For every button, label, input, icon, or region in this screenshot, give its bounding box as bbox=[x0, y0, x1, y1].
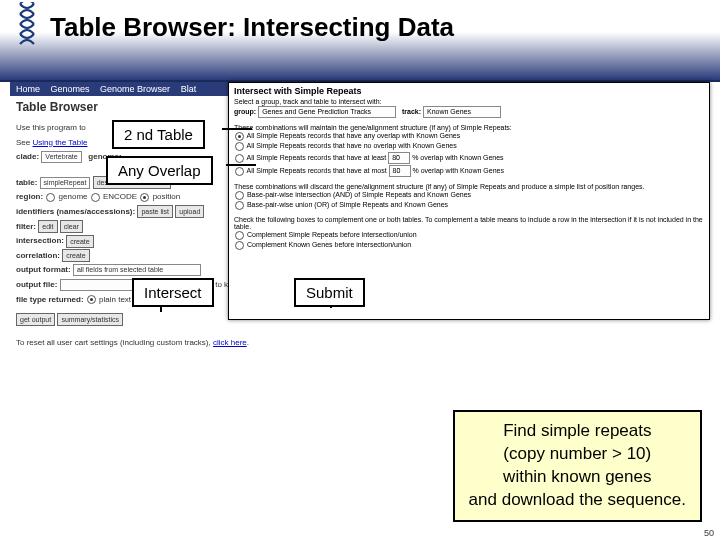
comp2-text: Complement Known Genes before intersecti… bbox=[247, 241, 411, 248]
nav-genomes[interactable]: Genomes bbox=[51, 84, 90, 94]
region-position-radio[interactable] bbox=[140, 193, 149, 202]
goal-line3: within known genes bbox=[469, 466, 686, 489]
callout-submit: Submit bbox=[294, 278, 365, 307]
correlation-label: correlation: bbox=[16, 251, 60, 260]
page-number: 50 bbox=[704, 528, 714, 538]
comp1-check[interactable] bbox=[235, 231, 244, 240]
clade-select[interactable]: Vertebrate bbox=[41, 151, 81, 163]
bp-and-radio[interactable] bbox=[235, 191, 244, 200]
opt-at-least-a: All Simple Repeats records that have at … bbox=[247, 154, 387, 161]
table-label: table: bbox=[16, 178, 37, 187]
opt-at-most-a: All Simple Repeats records that have at … bbox=[247, 167, 387, 174]
nav-genome-browser[interactable]: Genome Browser bbox=[100, 84, 170, 94]
clade-label: clade: bbox=[16, 152, 39, 161]
callout-intersect: Intersect bbox=[132, 278, 214, 307]
intersect-select-text: Select a group, track and table to inter… bbox=[234, 98, 704, 105]
intro-text: Use this program to bbox=[16, 123, 86, 132]
filter-label: filter: bbox=[16, 222, 36, 231]
bp-and-text: Base-pair-wise intersection (AND) of Sim… bbox=[247, 191, 471, 198]
intersect-dialog-title: Intersect with Simple Repeats bbox=[234, 86, 704, 96]
identifiers-label: identifiers (names/accessions): bbox=[16, 207, 135, 216]
comp1-text: Complement Simple Repeats before interse… bbox=[247, 231, 417, 238]
nav-blat[interactable]: Blat bbox=[181, 84, 197, 94]
correlation-create-button[interactable]: create bbox=[62, 249, 89, 262]
paste-list-button[interactable]: paste list bbox=[137, 205, 173, 218]
bp-or-radio[interactable] bbox=[235, 201, 244, 210]
intersection-create-button[interactable]: create bbox=[66, 235, 93, 248]
opt-at-most-b: % overlap with Known Genes bbox=[413, 167, 504, 174]
opt-at-least-radio[interactable] bbox=[235, 154, 244, 163]
region-encode-radio[interactable] bbox=[91, 193, 100, 202]
check-text: Check the following boxes to complement … bbox=[234, 216, 704, 230]
callout-any-overlap: Any Overlap bbox=[106, 156, 213, 185]
region-position-text: position bbox=[153, 192, 181, 201]
filter-edit-button[interactable]: edit bbox=[38, 220, 57, 233]
output-format-label: output format: bbox=[16, 265, 71, 274]
output-file-label: output file: bbox=[16, 280, 57, 289]
pointer-icon bbox=[222, 128, 252, 130]
output-format-select[interactable]: all fields from selected table bbox=[73, 264, 201, 276]
reset-link[interactable]: click here bbox=[213, 338, 247, 347]
discard-text: These combinations will discard the gene… bbox=[234, 183, 704, 190]
opt-any-overlap: All Simple Repeats records that have any… bbox=[247, 132, 461, 139]
opt-no-overlap: All Simple Repeats records that have no … bbox=[247, 142, 457, 149]
comp2-check[interactable] bbox=[235, 241, 244, 250]
region-encode-text: ENCODE bbox=[103, 192, 137, 201]
opt-any-overlap-radio[interactable] bbox=[235, 132, 244, 141]
goal-line2: (copy number > 10) bbox=[469, 443, 686, 466]
file-type-plain-text: plain text bbox=[99, 295, 131, 304]
intersect-track-select[interactable]: Known Genes bbox=[423, 106, 501, 118]
bp-or-text: Base-pair-wise union (OR) of Simple Repe… bbox=[247, 201, 448, 208]
goal-box: Find simple repeats (copy number > 10) w… bbox=[453, 410, 702, 522]
callout-second-table: 2 nd Table bbox=[112, 120, 205, 149]
intersect-group-label: group: bbox=[234, 108, 256, 115]
opt-at-most-input[interactable]: 80 bbox=[389, 165, 411, 177]
get-output-button[interactable]: get output bbox=[16, 313, 55, 326]
dna-helix-icon bbox=[16, 2, 38, 52]
combo-text: These combinations will maintain the gen… bbox=[234, 124, 704, 131]
slide-header: Table Browser: Intersecting Data bbox=[0, 0, 720, 82]
goal-line1: Find simple repeats bbox=[469, 420, 686, 443]
intersection-label: intersection: bbox=[16, 236, 64, 245]
summary-stats-button[interactable]: summary/statistics bbox=[57, 313, 123, 326]
opt-no-overlap-radio[interactable] bbox=[235, 142, 244, 151]
intersect-track-label: track: bbox=[402, 108, 421, 115]
opt-at-least-input[interactable]: 80 bbox=[388, 152, 410, 164]
pointer-icon bbox=[226, 164, 256, 166]
using-table-link[interactable]: Using the Table bbox=[32, 138, 87, 147]
reset-text: To reset all user cart settings (includi… bbox=[16, 338, 213, 347]
opt-at-most-radio[interactable] bbox=[235, 167, 244, 176]
nav-home[interactable]: Home bbox=[16, 84, 40, 94]
upload-button[interactable]: upload bbox=[175, 205, 204, 218]
region-genome-text: genome bbox=[59, 192, 88, 201]
goal-line4: and download the sequence. bbox=[469, 489, 686, 512]
filter-clear-button[interactable]: clear bbox=[60, 220, 83, 233]
file-type-plain-radio[interactable] bbox=[87, 295, 96, 304]
opt-at-least-b: % overlap with Known Genes bbox=[412, 154, 503, 161]
table-select[interactable]: simpleRepeat bbox=[40, 177, 91, 189]
slide-title: Table Browser: Intersecting Data bbox=[50, 12, 454, 42]
file-type-label: file type returned: bbox=[16, 295, 84, 304]
intersect-group-select[interactable]: Genes and Gene Prediction Tracks bbox=[258, 106, 396, 118]
region-genome-radio[interactable] bbox=[46, 193, 55, 202]
region-label: region: bbox=[16, 192, 43, 201]
